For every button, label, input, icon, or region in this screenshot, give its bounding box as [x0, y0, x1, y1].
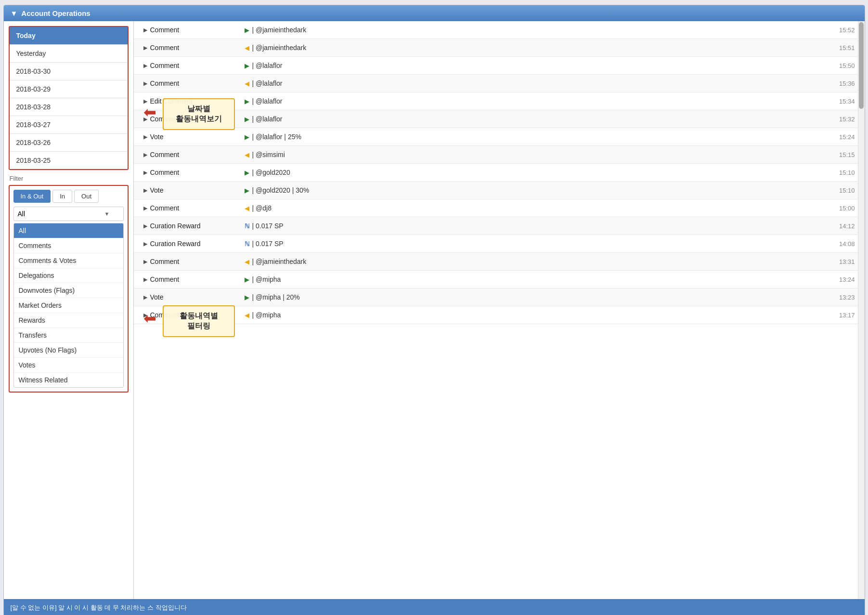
dropdown-item-6[interactable]: Rewards [14, 313, 123, 328]
tooltip-date-line2: 활동내역보기 [170, 114, 227, 124]
op-time-14: 13:24 [826, 276, 855, 283]
op-detail-1: ◀| @jamieinthedark [245, 44, 821, 52]
op-expand-arrow-8[interactable]: ▶ [143, 170, 147, 176]
dropdown-item-9[interactable]: Votes [14, 358, 123, 373]
op-time-15: 13:23 [826, 294, 855, 301]
op-expand-arrow-11[interactable]: ▶ [143, 223, 147, 229]
op-detail-text-9: | @gold2020 | 30% [252, 186, 310, 194]
op-detail-text-7: | @simsimi [252, 151, 285, 158]
op-detail-4: ▶| @lalaflor [245, 97, 821, 105]
date-item-6[interactable]: 2018-03-26 [10, 134, 128, 152]
op-type-name-15: Vote [150, 293, 164, 301]
op-time-4: 15:34 [826, 98, 855, 105]
op-expand-arrow-9[interactable]: ▶ [143, 187, 147, 194]
direction-icon-4: ▶ [245, 98, 249, 105]
dropdown-item-10[interactable]: Witness Related [14, 373, 123, 387]
dropdown-item-8[interactable]: Upvotes (No Flags) [14, 343, 123, 358]
op-type-name-14: Comment [150, 275, 180, 283]
direction-icon-7: ◀ [245, 151, 249, 158]
date-item-0[interactable]: Today [10, 27, 128, 45]
date-item-3[interactable]: 2018-03-29 [10, 80, 128, 98]
account-operations-panel: ▼ Account Operations TodayYesterday2018-… [3, 5, 865, 615]
dropdown-item-3[interactable]: Delegations [14, 268, 123, 283]
op-expand-arrow-0[interactable]: ▶ [143, 27, 147, 33]
dropdown-menu: AllCommentsComments & VotesDelegationsDo… [13, 223, 124, 388]
direction-icon-9: ▶ [245, 187, 249, 194]
op-type-8: ▶Comment [143, 169, 240, 176]
op-expand-arrow-2[interactable]: ▶ [143, 63, 147, 69]
op-detail-text-3: | @lalaflor [252, 79, 283, 87]
filter-dropdown-display[interactable]: All ▼ [13, 207, 124, 221]
panel-title: Account Operations [21, 9, 90, 17]
op-detail-text-13: | @jamieinthedark [252, 258, 307, 265]
op-expand-arrow-14[interactable]: ▶ [143, 276, 147, 283]
operation-row-12: ▶Curation Rewardℕ| 0.017 SP14:08 [134, 235, 865, 253]
op-type-name-10: Comment [150, 204, 180, 212]
tooltip-filter-line2: 필터링 [170, 321, 227, 331]
date-list: TodayYesterday2018-03-302018-03-292018-0… [9, 26, 129, 170]
date-item-5[interactable]: 2018-03-27 [10, 116, 128, 134]
op-type-name-0: Comment [150, 26, 180, 34]
op-time-2: 15:50 [826, 62, 855, 69]
direction-icon-11: ℕ [245, 222, 249, 230]
op-expand-arrow-13[interactable]: ▶ [143, 259, 147, 265]
op-expand-arrow-15[interactable]: ▶ [143, 294, 147, 301]
direction-icon-8: ▶ [245, 169, 249, 176]
op-detail-text-6: | @lalaflor | 25% [252, 133, 301, 141]
op-expand-arrow-7[interactable]: ▶ [143, 152, 147, 158]
op-time-6: 15:24 [826, 133, 855, 141]
op-expand-arrow-6[interactable]: ▶ [143, 134, 147, 140]
op-detail-text-5: | @lalaflor [252, 115, 283, 123]
op-detail-text-11: | 0.017 SP [252, 222, 284, 230]
filter-btn-0[interactable]: In & Out [13, 190, 51, 203]
op-expand-arrow-3[interactable]: ▶ [143, 80, 147, 87]
operation-row-9: ▶Vote▶| @gold2020 | 30%15:10 [134, 182, 865, 199]
op-type-10: ▶Comment [143, 204, 240, 212]
date-item-4[interactable]: 2018-03-28 [10, 98, 128, 116]
op-detail-text-15: | @mipha | 20% [252, 293, 300, 301]
direction-icon-13: ◀ [245, 258, 249, 265]
dropdown-item-7[interactable]: Transfers [14, 328, 123, 343]
operation-row-13: ▶Comment◀| @jamieinthedark13:31 [134, 253, 865, 271]
op-type-7: ▶Comment [143, 151, 240, 158]
operation-row-0: ▶Comment▶| @jamieinthedark15:52 [134, 21, 865, 39]
collapse-icon[interactable]: ▼ [11, 9, 18, 17]
op-detail-12: ℕ| 0.017 SP [245, 240, 821, 248]
operation-row-3: ▶Comment◀| @lalaflor15:36 [134, 75, 865, 92]
dropdown-item-2[interactable]: Comments & Votes [14, 253, 123, 268]
direction-icon-0: ▶ [245, 26, 249, 34]
op-detail-text-0: | @jamieinthedark [252, 26, 307, 34]
op-type-name-1: Comment [150, 44, 180, 52]
op-expand-arrow-10[interactable]: ▶ [143, 205, 147, 211]
op-detail-15: ▶| @mipha | 20% [245, 293, 821, 301]
tooltip-date: 날짜별 활동내역보기 [163, 98, 235, 130]
op-expand-arrow-1[interactable]: ▶ [143, 45, 147, 51]
date-item-7[interactable]: 2018-03-25 [10, 152, 128, 169]
op-detail-2: ▶| @lalaflor [245, 62, 821, 69]
date-item-1[interactable]: Yesterday [10, 45, 128, 63]
op-type-name-6: Vote [150, 133, 164, 141]
op-detail-0: ▶| @jamieinthedark [245, 26, 821, 34]
op-type-13: ▶Comment [143, 258, 240, 265]
scrollbar-thumb[interactable] [859, 22, 864, 109]
op-time-10: 15:00 [826, 205, 855, 212]
dropdown-item-5[interactable]: Market Orders [14, 298, 123, 313]
op-type-1: ▶Comment [143, 44, 240, 52]
bottom-bar: [알 수 없는 이유] 알 시 이 시 활동 데 무 처리하는 스 작업입니다 [4, 599, 865, 615]
date-item-2[interactable]: 2018-03-30 [10, 63, 128, 80]
op-detail-16: ◀| @mipha [245, 311, 821, 319]
dropdown-item-0[interactable]: All [14, 223, 123, 238]
op-expand-arrow-12[interactable]: ▶ [143, 241, 147, 247]
tooltip-filter-arrow: ⬅ [143, 309, 156, 327]
dropdown-item-1[interactable]: Comments [14, 238, 123, 253]
scrollbar-track[interactable] [858, 21, 865, 599]
op-detail-text-8: | @gold2020 [252, 169, 290, 176]
op-detail-9: ▶| @gold2020 | 30% [245, 186, 821, 194]
op-type-6: ▶Vote [143, 133, 240, 141]
bottom-bar-text: [알 수 없는 이유] 알 시 이 시 활동 데 무 처리하는 스 작업입니다 [11, 604, 187, 611]
filter-btn-1[interactable]: In [52, 190, 72, 203]
dropdown-item-4[interactable]: Downvotes (Flags) [14, 283, 123, 298]
filter-btn-2[interactable]: Out [74, 190, 99, 203]
operation-row-7: ▶Comment◀| @simsimi15:15 [134, 146, 865, 164]
operation-row-2: ▶Comment▶| @lalaflor15:50 [134, 57, 865, 75]
